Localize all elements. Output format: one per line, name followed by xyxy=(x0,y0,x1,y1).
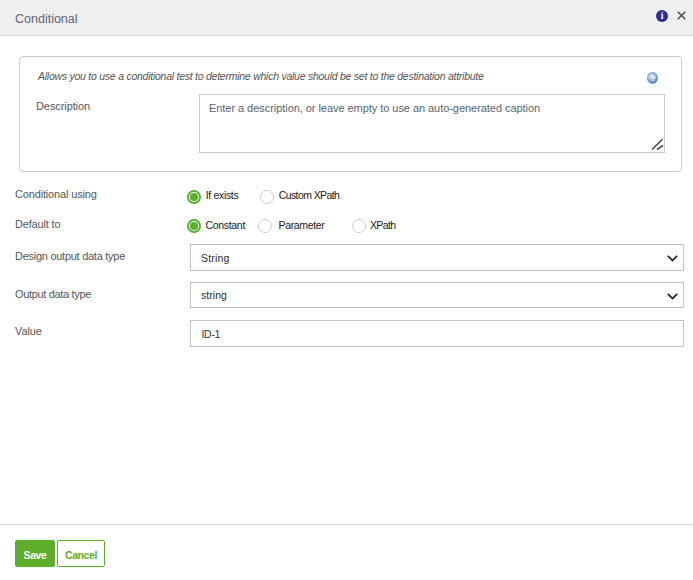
svg-text:i: i xyxy=(660,11,663,21)
